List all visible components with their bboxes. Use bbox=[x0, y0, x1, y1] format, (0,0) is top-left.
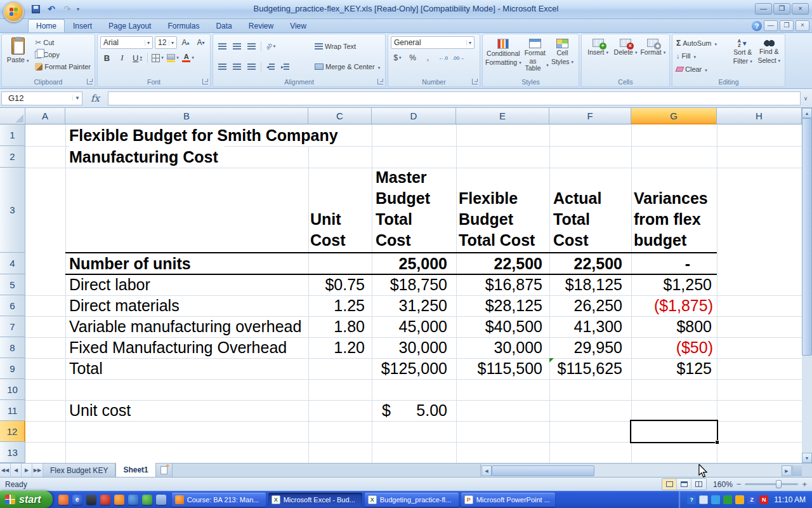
fill-handle[interactable] bbox=[715, 440, 719, 444]
scroll-up-icon[interactable]: ▲ bbox=[802, 108, 812, 118]
borders-button[interactable] bbox=[151, 51, 164, 64]
row-header-9[interactable]: 9 bbox=[0, 358, 25, 379]
vertical-scroll-thumb[interactable] bbox=[802, 118, 812, 356]
font-color-button[interactable]: A bbox=[181, 51, 195, 64]
cell-D9[interactable]: $125,000 bbox=[372, 358, 456, 379]
quick-launch-icon[interactable] bbox=[142, 495, 152, 505]
decrease-indent-icon[interactable]: ◂ bbox=[264, 60, 277, 73]
grow-font-icon[interactable]: A▴ bbox=[179, 36, 192, 49]
cell-F5[interactable]: $18,125 bbox=[549, 274, 631, 295]
row-header-6[interactable]: 6 bbox=[0, 295, 25, 316]
workbook-close-button[interactable]: × bbox=[796, 20, 809, 31]
cell-D8[interactable]: 30,000 bbox=[372, 337, 456, 358]
restore-button[interactable]: ❐ bbox=[773, 3, 790, 15]
cell-C5[interactable]: $0.75 bbox=[308, 274, 372, 295]
tray-display-icon[interactable] bbox=[699, 495, 708, 504]
quick-launch-icon[interactable] bbox=[58, 495, 69, 505]
row-header-7[interactable]: 7 bbox=[0, 316, 25, 337]
scroll-right-icon[interactable]: ▶ bbox=[782, 465, 792, 476]
cell-G6[interactable]: ($1,875) bbox=[631, 295, 717, 316]
close-button[interactable]: × bbox=[792, 3, 809, 15]
horizontal-scrollbar[interactable]: ◀ ▶ bbox=[480, 464, 802, 478]
help-icon[interactable]: ? bbox=[752, 21, 762, 31]
conditional-formatting-button[interactable]: Conditional Formatting bbox=[485, 36, 521, 77]
alignment-dialog-launcher[interactable] bbox=[377, 79, 383, 84]
row-header-4[interactable]: 4 bbox=[0, 253, 25, 274]
row-header-10[interactable]: 10 bbox=[0, 379, 25, 400]
cell-E7[interactable]: $40,500 bbox=[456, 316, 549, 337]
format-painter-button[interactable]: Format Painter bbox=[34, 60, 92, 72]
insert-function-button[interactable]: fx bbox=[82, 91, 108, 105]
font-dialog-launcher[interactable] bbox=[202, 79, 208, 84]
font-name-select[interactable]: Arial▾ bbox=[100, 36, 153, 49]
align-right-icon[interactable] bbox=[245, 60, 258, 73]
cell-D6[interactable]: 31,250 bbox=[372, 295, 456, 316]
row-header-8[interactable]: 8 bbox=[0, 337, 25, 358]
align-left-icon[interactable] bbox=[216, 60, 229, 73]
tab-view[interactable]: View bbox=[282, 19, 315, 32]
cell-C6[interactable]: 1.25 bbox=[308, 295, 372, 316]
column-header-c[interactable]: C bbox=[308, 108, 372, 124]
quick-launch-icon[interactable] bbox=[156, 495, 166, 505]
cell-G8[interactable]: ($50) bbox=[631, 337, 717, 358]
undo-button[interactable]: ↶ bbox=[45, 3, 58, 15]
cell-E8[interactable]: 30,000 bbox=[456, 337, 549, 358]
row-header-5[interactable]: 5 bbox=[0, 274, 25, 295]
sheet-grid[interactable]: A B C D E F G H 1 2 3 4 5 6 7 8 9 10 11 … bbox=[0, 108, 812, 463]
expand-formula-bar-icon[interactable]: ∨ bbox=[801, 91, 811, 105]
vertical-scrollbar[interactable]: ▲ ▼ bbox=[802, 108, 812, 463]
cell-B8[interactable]: Fixed Manufacturing Overhead bbox=[69, 337, 287, 358]
find-select-button[interactable]: Find & Select bbox=[756, 36, 783, 77]
quick-launch-icon[interactable] bbox=[86, 495, 96, 505]
row-header-2[interactable]: 2 bbox=[0, 146, 25, 168]
quick-launch-icon[interactable] bbox=[114, 495, 124, 505]
page-layout-view-icon[interactable] bbox=[677, 479, 691, 490]
cell-C7[interactable]: 1.80 bbox=[308, 316, 372, 337]
cell-E6[interactable]: $28,125 bbox=[456, 295, 549, 316]
shrink-font-icon[interactable]: A▾ bbox=[194, 36, 207, 49]
tab-review[interactable]: Review bbox=[240, 19, 282, 32]
cell-G7[interactable]: $800 bbox=[631, 316, 717, 337]
minimize-button[interactable]: — bbox=[755, 3, 772, 15]
sheet-tab-sheet1[interactable]: Sheet1 bbox=[115, 463, 155, 477]
row-header-12[interactable]: 12 bbox=[0, 421, 25, 442]
underline-button[interactable]: U bbox=[131, 51, 144, 64]
fill-color-button[interactable] bbox=[166, 51, 180, 64]
cell-D11[interactable]: $5.00 bbox=[372, 400, 456, 421]
tray-update-icon[interactable] bbox=[735, 495, 744, 504]
taskbar-window-budgeting[interactable]: X Budgeting_practice-fl... bbox=[365, 493, 459, 507]
redo-button[interactable]: ↷ bbox=[61, 3, 74, 15]
copy-button[interactable]: Copy bbox=[34, 48, 92, 60]
comma-style-button[interactable]: , bbox=[421, 51, 435, 64]
quick-launch-icon[interactable] bbox=[128, 495, 138, 505]
cell-D5[interactable]: $18,750 bbox=[372, 274, 456, 295]
align-top-icon[interactable] bbox=[216, 40, 229, 53]
zoom-in-icon[interactable]: + bbox=[802, 479, 807, 489]
decrease-decimal-button[interactable]: .00→ bbox=[452, 51, 465, 64]
sort-filter-button[interactable]: AZ▼ Sort & Filter bbox=[730, 36, 756, 77]
cell-G4[interactable]: - bbox=[631, 253, 717, 274]
cell-B6[interactable]: Direct materials bbox=[69, 295, 180, 316]
column-header-h[interactable]: H bbox=[717, 108, 802, 124]
cell-E5[interactable]: $16,875 bbox=[456, 274, 549, 295]
save-button[interactable] bbox=[29, 3, 42, 15]
scroll-down-icon[interactable]: ▼ bbox=[802, 453, 812, 463]
row-header-1[interactable]: 1 bbox=[0, 124, 25, 146]
tab-insert[interactable]: Insert bbox=[65, 19, 100, 32]
taskbar-window-excel[interactable]: X Microsoft Excel - Bud... bbox=[268, 493, 362, 507]
cell-B5[interactable]: Direct labor bbox=[69, 274, 150, 295]
workbook-minimize-button[interactable]: — bbox=[764, 20, 778, 31]
zoom-out-icon[interactable]: − bbox=[737, 479, 742, 489]
accounting-format-button[interactable]: $ bbox=[391, 51, 404, 64]
merge-center-button[interactable]: Merge & Center bbox=[313, 61, 383, 73]
tray-shield-icon[interactable] bbox=[723, 495, 732, 504]
cell-G9[interactable]: $125 bbox=[631, 358, 717, 379]
cell-F6[interactable]: 26,250 bbox=[549, 295, 631, 316]
scroll-left-icon[interactable]: ◀ bbox=[481, 465, 492, 476]
start-button[interactable]: start bbox=[0, 491, 53, 508]
first-sheet-icon[interactable]: ◀◀ bbox=[0, 464, 11, 477]
workbook-restore-button[interactable]: ❐ bbox=[780, 20, 794, 31]
cell-E3[interactable]: FlexibleBudgetTotal Cost bbox=[459, 168, 535, 253]
page-break-view-icon[interactable] bbox=[691, 479, 706, 490]
cut-button[interactable]: ✂Cut bbox=[34, 36, 92, 48]
